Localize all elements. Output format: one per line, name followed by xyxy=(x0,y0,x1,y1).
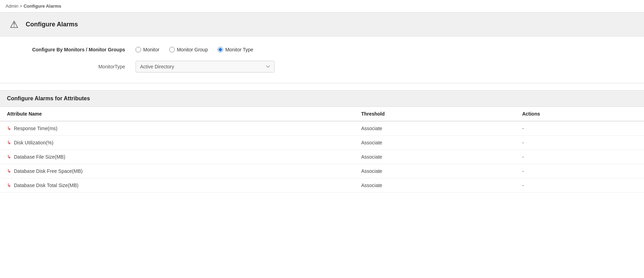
attribute-name-cell-2: ↳Database File Size(MB) xyxy=(0,150,354,164)
breadcrumb-current: Configure Alarms xyxy=(24,3,62,9)
attributes-table: Attribute Name Threshold Actions ↳Respon… xyxy=(0,107,644,193)
attributes-section: Configure Alarms for Attributes Attribut… xyxy=(0,90,644,193)
actions-cell-2: - xyxy=(515,150,644,164)
breadcrumb: Admin > Configure Alarms xyxy=(0,0,644,12)
arrow-icon: ↳ xyxy=(7,183,11,188)
radio-item-monitor-type[interactable]: Monitor Type xyxy=(218,47,253,52)
attributes-header: Configure Alarms for Attributes xyxy=(0,90,644,107)
attribute-name-cell-3: ↳Database Disk Free Space(MB) xyxy=(0,164,354,178)
arrow-icon: ↳ xyxy=(7,154,11,160)
monitor-type-label: MonitorType xyxy=(21,64,125,69)
configure-by-row: Configure By Monitors / Monitor Groups M… xyxy=(21,47,623,52)
arrow-icon: ↳ xyxy=(7,140,11,145)
monitor-type-select[interactable]: Active Directory Windows Linux Database … xyxy=(136,61,275,73)
arrow-icon: ↳ xyxy=(7,126,11,131)
table-row: ↳Disk Utilization(%)Associate- xyxy=(0,136,644,150)
attribute-name: Response Time(ms) xyxy=(14,126,57,131)
attribute-name: Database Disk Free Space(MB) xyxy=(14,168,83,174)
table-header-row: Attribute Name Threshold Actions xyxy=(0,107,644,121)
arrow-icon: ↳ xyxy=(7,168,11,174)
warning-icon: ⚠ xyxy=(7,17,21,31)
page-title: Configure Alarms xyxy=(26,21,78,28)
attribute-name: Disk Utilization(%) xyxy=(14,140,54,145)
th-attribute-name: Attribute Name xyxy=(0,107,354,121)
radio-monitor-group-label: Monitor Group xyxy=(177,47,208,52)
attribute-name: Database Disk Total Size(MB) xyxy=(14,183,79,188)
radio-item-monitor[interactable]: Monitor xyxy=(136,47,160,52)
actions-cell-1: - xyxy=(515,136,644,150)
table-row: ↳Response Time(ms)Associate- xyxy=(0,121,644,136)
radio-monitor-group[interactable] xyxy=(169,47,175,52)
actions-cell-3: - xyxy=(515,164,644,178)
th-actions: Actions xyxy=(515,107,644,121)
monitor-type-row: MonitorType Active Directory Windows Lin… xyxy=(21,61,623,73)
threshold-cell-2[interactable]: Associate xyxy=(354,150,515,164)
threshold-cell-0[interactable]: Associate xyxy=(354,121,515,136)
threshold-cell-3[interactable]: Associate xyxy=(354,164,515,178)
attribute-name-cell-0: ↳Response Time(ms) xyxy=(0,121,354,136)
threshold-cell-1[interactable]: Associate xyxy=(354,136,515,150)
table-row: ↳Database File Size(MB)Associate- xyxy=(0,150,644,164)
attribute-name-cell-4: ↳Database Disk Total Size(MB) xyxy=(0,178,354,193)
th-threshold: Threshold xyxy=(354,107,515,121)
actions-cell-0: - xyxy=(515,121,644,136)
attributes-title: Configure Alarms for Attributes xyxy=(7,95,90,101)
threshold-cell-4[interactable]: Associate xyxy=(354,178,515,193)
radio-monitor-type[interactable] xyxy=(218,47,223,52)
table-row: ↳Database Disk Free Space(MB)Associate- xyxy=(0,164,644,178)
actions-cell-4: - xyxy=(515,178,644,193)
page-header: ⚠ Configure Alarms xyxy=(0,12,644,36)
table-row: ↳Database Disk Total Size(MB)Associate- xyxy=(0,178,644,193)
radio-group: Monitor Monitor Group Monitor Type xyxy=(136,47,253,52)
breadcrumb-prefix: Admin > xyxy=(6,3,24,9)
radio-monitor-label: Monitor xyxy=(143,47,160,52)
configure-section: Configure By Monitors / Monitor Groups M… xyxy=(0,36,644,83)
radio-monitor[interactable] xyxy=(136,47,141,52)
attribute-name-cell-1: ↳Disk Utilization(%) xyxy=(0,136,354,150)
radio-monitor-type-label: Monitor Type xyxy=(225,47,253,52)
radio-item-monitor-group[interactable]: Monitor Group xyxy=(169,47,208,52)
attribute-name: Database File Size(MB) xyxy=(14,154,65,160)
configure-by-label: Configure By Monitors / Monitor Groups xyxy=(21,47,125,52)
